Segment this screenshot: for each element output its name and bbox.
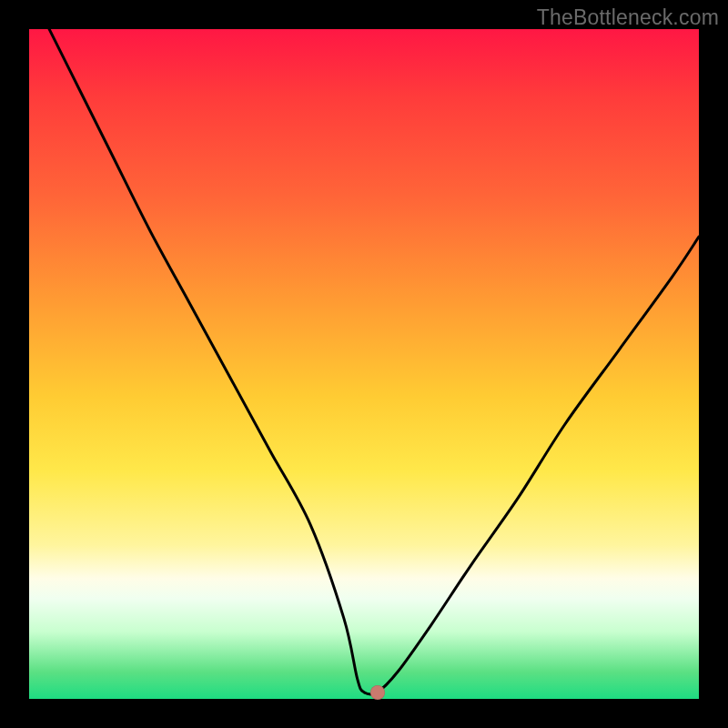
watermark-text: TheBottleneck.com [537,5,719,30]
chart-frame: TheBottleneck.com [0,0,728,728]
curve-path [29,0,699,694]
minimum-marker [370,685,385,700]
bottleneck-curve [29,29,699,699]
